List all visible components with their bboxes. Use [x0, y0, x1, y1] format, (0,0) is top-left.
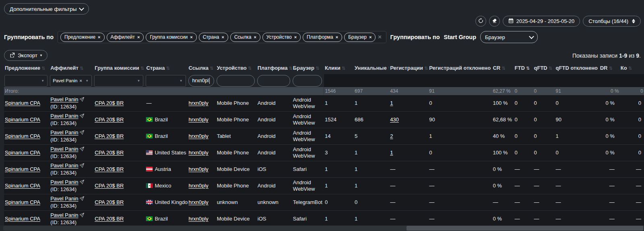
affiliate-link[interactable]: Pavel Panin: [50, 212, 78, 218]
affiliate-link[interactable]: Pavel Panin: [50, 96, 78, 102]
clear-all-tags-icon[interactable]: ✕: [378, 34, 382, 40]
group-by-tag[interactable]: Страна×: [199, 33, 228, 42]
group-by-tags-input[interactable]: Предложение×Аффилейт×Группа комиссии×Стр…: [58, 31, 386, 43]
sort-icon[interactable]: ⇅: [80, 66, 83, 71]
remove-tag-icon[interactable]: ×: [221, 35, 224, 40]
sort-icon[interactable]: ⇅: [210, 66, 213, 71]
remove-tag-icon[interactable]: ×: [336, 35, 338, 40]
column-header[interactable]: FTD⇅: [514, 61, 533, 74]
column-header[interactable]: qFTD⇅: [533, 61, 555, 74]
platform-filter-input[interactable]: [257, 75, 290, 87]
group-by-tag[interactable]: Платформа×: [303, 33, 342, 42]
affiliate-link[interactable]: Pavel Panin: [50, 196, 78, 202]
sort-icon[interactable]: ⇅: [342, 66, 345, 71]
column-header[interactable]: Предложение⇅: [4, 61, 50, 74]
tracking-link[interactable]: hrxn0ply: [189, 100, 208, 106]
horizontal-scrollbar[interactable]: [0, 225, 644, 231]
tracking-link[interactable]: hrxn0ply: [189, 150, 208, 156]
column-header[interactable]: Уникальные⇅: [354, 61, 389, 74]
sort-icon[interactable]: ⇅: [424, 66, 428, 71]
additional-filters-button[interactable]: Дополнительные фильтры: [4, 3, 89, 15]
offer-link[interactable]: Spinarium CPA: [5, 117, 40, 123]
registrations-link[interactable]: 430: [390, 117, 399, 123]
offer-link[interactable]: Spinarium CPA: [5, 216, 40, 222]
offer-link[interactable]: Spinarium CPA: [5, 133, 40, 139]
offer-link[interactable]: Spinarium CPA: [5, 150, 40, 156]
remove-tag-icon[interactable]: ×: [369, 35, 372, 40]
browser-filter-input[interactable]: [293, 75, 322, 87]
commission-group-link[interactable]: CPA 20$ BR: [95, 117, 124, 123]
country-filter-select[interactable]: ▼: [146, 75, 186, 87]
affiliate-link[interactable]: Pavel Panin: [50, 162, 78, 169]
sort-icon[interactable]: ⇅: [41, 66, 45, 71]
group-by-tag[interactable]: Браузер×: [344, 33, 376, 42]
column-header[interactable]: Ссылка⇅: [188, 61, 216, 74]
device-filter-input[interactable]: [217, 75, 255, 87]
column-header[interactable]: Регистрации⇅: [389, 61, 428, 74]
commission-group-link[interactable]: CPA 20$ BR: [95, 199, 124, 205]
commission-group-link[interactable]: CPA 20$ BR: [95, 100, 124, 106]
sort-icon[interactable]: ⇅: [628, 66, 632, 71]
commission-group-link[interactable]: CPA 20$ BR: [95, 166, 124, 172]
offer-link[interactable]: Spinarium CPA: [5, 183, 40, 189]
tracking-link[interactable]: hrxn0ply: [189, 199, 208, 205]
tracking-link[interactable]: hrxn0ply: [189, 133, 208, 139]
column-header[interactable]: Страна⇅: [145, 61, 188, 74]
column-header[interactable]: qFTD отклонено⇅: [555, 61, 599, 74]
column-header[interactable]: Клики⇅: [324, 61, 354, 74]
refresh-button[interactable]: [475, 16, 486, 27]
commission-group-link[interactable]: CPA 20$ BR: [95, 216, 124, 222]
sort-icon[interactable]: ⇅: [388, 66, 390, 71]
column-header[interactable]: Устройство⇅: [216, 61, 257, 74]
tracking-link[interactable]: hrxn0ply: [189, 166, 208, 172]
remove-affiliate-filter-icon[interactable]: ×: [80, 78, 82, 83]
tracking-link[interactable]: hrxn0ply: [189, 117, 208, 123]
registrations-link[interactable]: 1: [390, 150, 393, 156]
group-by-tag[interactable]: Предложение×: [60, 33, 105, 42]
column-header[interactable]: Группа комиссии⇅: [94, 61, 145, 74]
commission-filter-select[interactable]: ▼: [94, 75, 143, 87]
affiliate-filter-select[interactable]: Pavel Panin × ▼: [50, 75, 92, 87]
column-header[interactable]: Аффилейт⇅: [50, 61, 94, 74]
remove-tag-icon[interactable]: ×: [254, 35, 256, 40]
sort-icon[interactable]: ⇅: [289, 66, 292, 71]
tracking-link[interactable]: hrxn0ply: [189, 183, 208, 189]
clear-button[interactable]: [489, 16, 500, 27]
column-header[interactable]: Платформа⇅: [257, 61, 292, 74]
affiliate-link[interactable]: Pavel Panin: [50, 113, 78, 119]
offer-link[interactable]: Spinarium CPA: [5, 166, 40, 172]
column-header[interactable]: Браузер⇅: [292, 61, 324, 74]
column-header[interactable]: Регистраций отклонено⇅: [428, 61, 492, 74]
sort-icon[interactable]: ⇅: [140, 66, 144, 71]
registrations-link[interactable]: 1: [390, 100, 393, 106]
offer-filter-select[interactable]: ▼: [4, 75, 47, 87]
column-header[interactable]: CR⇅: [492, 61, 514, 74]
group-by-tag[interactable]: Группа комиссии×: [146, 33, 196, 42]
sort-icon[interactable]: ⇅: [316, 66, 319, 71]
offer-link[interactable]: Spinarium CPA: [5, 199, 40, 205]
commission-group-link[interactable]: CPA 20$ BR: [95, 150, 124, 156]
commission-group-link[interactable]: CPA 20$ BR: [95, 133, 124, 139]
tracking-link[interactable]: hrxn0ply: [189, 216, 208, 222]
registrations-link[interactable]: 2: [390, 133, 393, 139]
sort-icon[interactable]: ⇅: [502, 66, 505, 71]
affiliate-link[interactable]: Pavel Panin: [50, 146, 78, 152]
sort-icon[interactable]: ⇅: [166, 66, 169, 71]
sort-icon[interactable]: ⇅: [609, 66, 613, 71]
start-group-select[interactable]: Браузер: [480, 31, 538, 43]
remove-tag-icon[interactable]: ×: [190, 35, 192, 40]
sort-icon[interactable]: ⇅: [549, 66, 552, 71]
commission-group-link[interactable]: CPA 20$ BR: [95, 183, 124, 189]
scrollbar-thumb[interactable]: [407, 226, 643, 231]
link-filter-input[interactable]: hrxn0pl: [188, 75, 214, 87]
group-by-tag[interactable]: Устройство×: [262, 33, 301, 42]
offer-link[interactable]: Spinarium CPA: [5, 100, 40, 106]
remove-tag-icon[interactable]: ×: [294, 35, 297, 40]
remove-tag-icon[interactable]: ×: [137, 35, 140, 40]
affiliate-link[interactable]: Pavel Panin: [50, 129, 78, 135]
group-by-tag[interactable]: Аффилейт×: [107, 33, 144, 42]
group-by-tag[interactable]: Ссылка×: [230, 33, 260, 42]
remove-tag-icon[interactable]: ×: [98, 35, 100, 40]
sort-icon[interactable]: ⇅: [248, 66, 252, 71]
date-range-button[interactable]: 2025-04-29 - 2025-05-20: [503, 16, 580, 27]
